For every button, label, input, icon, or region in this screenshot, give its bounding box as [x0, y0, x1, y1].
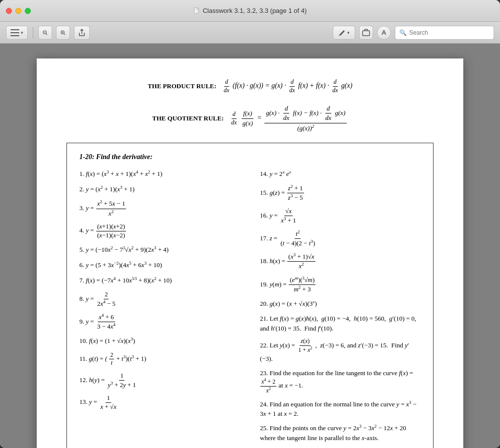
problem-18: 18. h(x) = (x3 + 1)√x x2	[260, 252, 421, 271]
problem-16: 16. y = √x x3 + 1	[260, 207, 421, 225]
export-icon	[362, 29, 370, 37]
d-dx-g: d dx	[331, 78, 339, 94]
problems-header: 1-20: Find the derivative:	[79, 153, 421, 161]
problem-17: 17. z = t2 (t − 4)(2 − t3)	[260, 229, 421, 248]
toolbar: ▾	[0, 22, 500, 44]
problem-19: 19. y(m) = (em)(3√m) m2 + 3	[260, 276, 421, 294]
document-icon	[193, 7, 200, 14]
problem-13: 13. y = 1 x + √x	[79, 394, 240, 411]
problem-14: 14. y = 2x ex	[260, 168, 421, 179]
window-title: Classwork 3.1, 3.2, 3.3 (page 1 of 4)	[193, 7, 307, 14]
d-dx-f: d dx	[288, 78, 296, 94]
share-button[interactable]	[74, 26, 90, 40]
sidebar-icon	[10, 29, 19, 36]
traffic-lights	[6, 8, 31, 14]
problem-1: 1. f(x) = (x3 + x + 1)(x4 + x2 + 1)	[79, 168, 240, 179]
svg-line-2	[46, 33, 48, 35]
problem-2: 2. y = (x2 + 1)(x3 + 1)	[79, 184, 240, 195]
zoom-in-button[interactable]	[56, 26, 70, 40]
problem-20: 20. g(x) = (x + √x)(3x)	[260, 298, 421, 309]
svg-line-5	[64, 33, 65, 35]
problem-4: 4. y = (x+1)(x+2) (x−1)(x−2)	[79, 223, 240, 240]
problem-22: 22. Let y(x) = z(x) 1 + x2 , z(−3) = 6, …	[260, 337, 421, 364]
d-dx-product: d dx	[223, 78, 230, 94]
problem-6: 6. y = (5 + 3x−2)(4x5 + 6x3 + 10)	[79, 260, 240, 271]
title-text: Classwork 3.1, 3.2, 3.3 (page 1 of 4)	[203, 7, 307, 14]
problem-25: 25. Find the points on the curve y = 2x3…	[260, 423, 421, 443]
share-icon	[78, 29, 85, 37]
problem-12: 12. h(y) = 1 y3 + 2y + 1	[79, 372, 240, 390]
product-rule-label: THE PRODUCT RULE:	[148, 82, 216, 90]
quotient-rule-formula: d dx f(x) g(x) = g(x) · d dx	[230, 104, 348, 133]
separator-1	[33, 27, 33, 39]
zoom-out-icon	[43, 29, 48, 36]
quotient-d-dx: d dx	[230, 111, 238, 126]
problem-21: 21. Let f(x) = g(x)h(x), g(10) = −4, h(1…	[260, 314, 421, 333]
sidebar-toggle-button[interactable]: ▾	[6, 26, 28, 40]
maximize-button[interactable]	[25, 8, 31, 14]
product-rule-row: THE PRODUCT RULE: d dx (f(x) · g(x)) = g…	[66, 78, 434, 94]
problem-8: 8. y = 2 2x4 − 5	[79, 290, 240, 308]
quotient-result-frac: g(x) · d dx f(x) − f(x) · d dx g(x)	[264, 104, 347, 133]
app-window: Classwork 3.1, 3.2, 3.3 (page 1 of 4) ▾	[0, 0, 500, 448]
problem-11: 11. g(t) = ( 2 t + t3)(t3 + 1)	[79, 351, 240, 367]
search-input[interactable]	[409, 29, 490, 36]
info-button[interactable]: A	[377, 26, 391, 40]
quotient-rule-row: THE QUOTIENT RULE: d dx f(x) g(x) = g(x)…	[66, 104, 434, 133]
problem-5: 5. y = (−10x2 − 73√x2 + 9)(2x3 + 4)	[79, 244, 240, 255]
zoom-in-icon	[61, 29, 65, 36]
svg-rect-0	[194, 7, 198, 13]
problem-3: 3. y = x2 + 5x − 1 x2	[79, 199, 240, 218]
problem-23: 23. Find the equation for the line tange…	[260, 368, 421, 395]
quotient-rule-label: THE QUOTIENT RULE:	[152, 114, 224, 122]
problem-9: 9. y = x4 + 6 3 − 4x4	[79, 313, 240, 331]
content-area: THE PRODUCT RULE: d dx (f(x) · g(x)) = g…	[0, 44, 500, 448]
problems-box: 1-20: Find the derivative: 1. f(x) = (x3…	[66, 143, 434, 448]
problem-7: 7. f(x) = (−7x4 + 10x5⁄3 + 8)(x2 + 10)	[79, 275, 240, 286]
svg-rect-8	[363, 31, 370, 36]
search-icon: 🔍	[399, 29, 407, 36]
minimize-button[interactable]	[15, 8, 21, 14]
annotate-button[interactable]: ▾	[333, 26, 355, 40]
export-button[interactable]	[359, 26, 373, 40]
zoom-out-button[interactable]	[38, 26, 52, 40]
pdf-page: THE PRODUCT RULE: d dx (f(x) · g(x)) = g…	[37, 58, 463, 448]
left-column: 1. f(x) = (x3 + x + 1)(x4 + x2 + 1) 2. y…	[79, 168, 250, 447]
close-button[interactable]	[6, 8, 12, 14]
problem-24: 24. Find an equation for the normal line…	[260, 399, 421, 419]
titlebar: Classwork 3.1, 3.2, 3.3 (page 1 of 4)	[0, 0, 500, 22]
right-column: 14. y = 2x ex 15. g(z) = z2 + 1 z3 − 5	[250, 168, 421, 447]
pencil-icon	[338, 29, 345, 36]
problem-15: 15. g(z) = z2 + 1 z3 − 5	[260, 184, 421, 202]
product-rule-formula: d dx (f(x) · g(x)) = g(x) · d dx f(x) + …	[222, 78, 352, 94]
info-label: A	[381, 29, 386, 36]
chevron-down-icon-annotate: ▾	[347, 30, 350, 35]
chevron-down-icon: ▾	[21, 30, 23, 35]
problem-10: 10. f(x) = (1 + √x)(x3)	[79, 336, 240, 346]
search-box: 🔍	[395, 26, 494, 40]
problems-two-col: 1. f(x) = (x3 + x + 1)(x4 + x2 + 1) 2. y…	[79, 168, 421, 447]
quotient-inner-frac: f(x) g(x)	[241, 109, 254, 127]
